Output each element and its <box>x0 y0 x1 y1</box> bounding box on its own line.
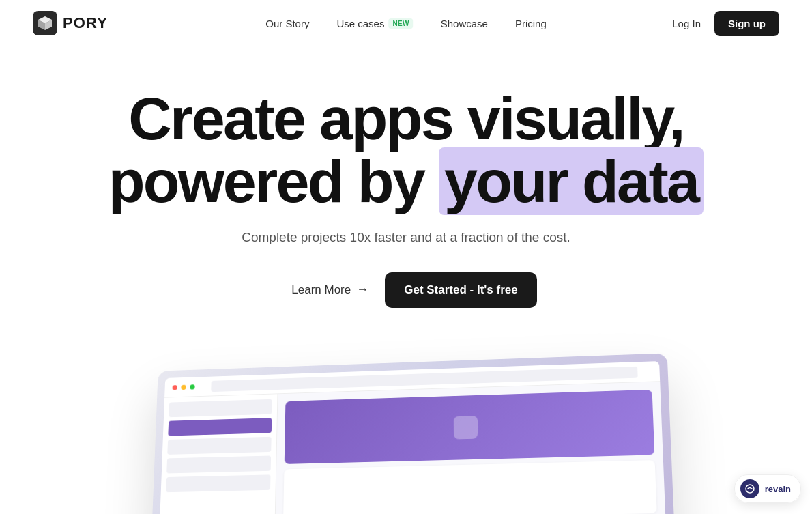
window-maximize-dot <box>190 384 195 389</box>
sidebar-mock-item-active <box>168 418 272 436</box>
card-icon <box>454 416 478 440</box>
main-card-1 <box>283 460 657 514</box>
revain-icon <box>740 479 759 498</box>
new-badge: NEW <box>388 18 413 29</box>
get-started-button[interactable]: Get Started - It's free <box>385 272 537 308</box>
sidebar-mock-item-3 <box>166 455 271 473</box>
hero-cta: Learn More → Get Started - It's free <box>275 272 536 308</box>
login-link[interactable]: Log In <box>661 12 712 35</box>
signup-button[interactable]: Sign up <box>714 11 779 36</box>
main-card-purple <box>285 390 655 464</box>
screen-main <box>273 382 669 514</box>
hero-highlight: your data <box>439 147 704 215</box>
hero-image-container <box>126 349 686 514</box>
nav-links: Our Story Use cases NEW Showcase Pricing <box>255 12 557 35</box>
nav-our-story[interactable]: Our Story <box>255 12 320 35</box>
screen-content <box>156 382 670 514</box>
nav-pricing[interactable]: Pricing <box>504 12 557 35</box>
arrow-icon: → <box>356 283 368 297</box>
logo-icon <box>33 11 57 35</box>
window-close-dot <box>172 384 177 389</box>
device-mockup <box>147 353 679 514</box>
window-minimize-dot <box>181 384 186 389</box>
nav-use-cases[interactable]: Use cases NEW <box>325 12 424 35</box>
device-screen <box>156 361 670 514</box>
hero-subheadline: Complete projects 10x faster and at a fr… <box>242 230 570 245</box>
nav-showcase[interactable]: Showcase <box>430 12 499 35</box>
revain-label: revain <box>765 484 791 494</box>
learn-more-button[interactable]: Learn More → <box>275 273 385 306</box>
svg-point-1 <box>746 485 754 493</box>
logo-text: PORY <box>63 14 108 32</box>
sidebar-mock-item <box>169 399 272 417</box>
navbar: PORY Our Story Use cases NEW Showcase Pr… <box>0 0 812 46</box>
logo[interactable]: PORY <box>33 11 108 35</box>
hero-section: Create apps visually, powered by your da… <box>0 46 812 514</box>
sidebar-mock-item-4 <box>166 474 270 492</box>
screen-sidebar <box>156 394 278 514</box>
revain-widget[interactable]: revain <box>734 474 801 503</box>
sidebar-mock-item-2 <box>167 437 271 455</box>
hero-headline: Create apps visually, powered by your da… <box>108 87 704 214</box>
nav-actions: Log In Sign up <box>661 11 779 36</box>
